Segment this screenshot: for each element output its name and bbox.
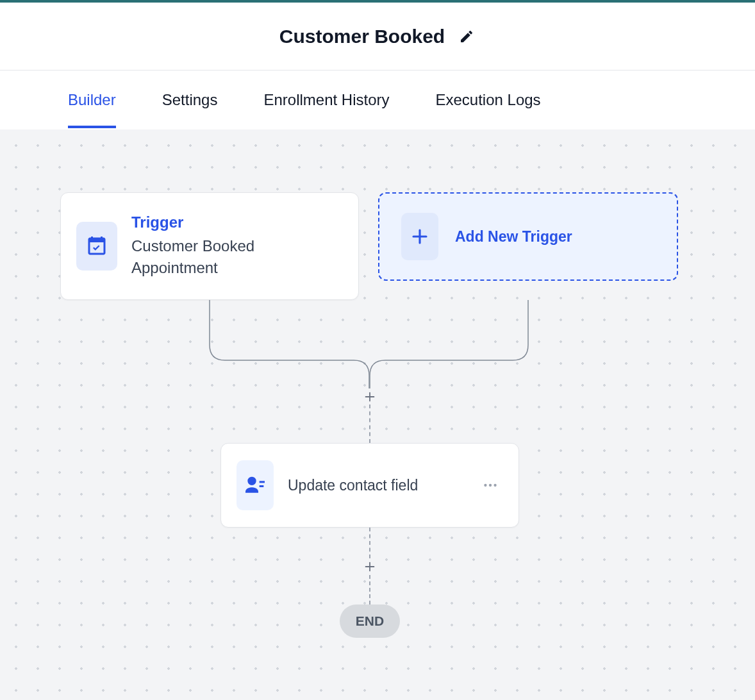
plus-icon: [363, 560, 377, 574]
dots-horizontal-icon: [482, 477, 499, 494]
trigger-node-icon-wrapper: [76, 222, 117, 271]
plus-icon: [363, 390, 377, 404]
add-step-button-1[interactable]: [361, 388, 378, 405]
tab-settings[interactable]: Settings: [162, 72, 218, 128]
add-trigger-button[interactable]: Add New Trigger: [378, 192, 678, 281]
action-node-menu-button[interactable]: [477, 472, 503, 498]
plus-icon: [410, 227, 429, 246]
svg-point-4: [489, 484, 492, 487]
action-node-label: Update contact field: [288, 477, 463, 494]
add-trigger-icon-wrapper: [401, 213, 438, 260]
tab-enrollment-history[interactable]: Enrollment History: [263, 72, 389, 128]
svg-rect-1: [260, 481, 265, 483]
svg-point-5: [494, 484, 496, 487]
svg-rect-2: [260, 485, 264, 487]
tab-execution-logs[interactable]: Execution Logs: [436, 72, 541, 128]
workflow-canvas[interactable]: Trigger Customer Booked Appointment Add …: [0, 129, 755, 700]
trigger-node[interactable]: Trigger Customer Booked Appointment: [60, 192, 359, 300]
page-header: Customer Booked: [0, 3, 755, 71]
edit-title-button[interactable]: [458, 28, 476, 46]
trigger-node-text: Trigger Customer Booked Appointment: [131, 213, 343, 278]
connector-line: [369, 575, 370, 604]
add-trigger-label: Add New Trigger: [455, 228, 572, 246]
action-node-icon-wrapper: [236, 460, 274, 510]
trigger-node-description: Customer Booked Appointment: [131, 235, 343, 278]
tab-builder[interactable]: Builder: [68, 72, 116, 128]
connector-lines: [205, 300, 532, 396]
end-badge: END: [340, 604, 400, 638]
contact-list-icon: [242, 472, 268, 498]
svg-point-0: [247, 477, 256, 485]
connector-line: [369, 404, 370, 443]
trigger-node-title: Trigger: [131, 213, 343, 231]
page-title: Customer Booked: [279, 26, 445, 47]
calendar-check-icon: [85, 235, 108, 258]
svg-point-3: [484, 484, 486, 487]
tab-bar: Builder Settings Enrollment History Exec…: [0, 71, 755, 129]
add-step-button-2[interactable]: [361, 558, 378, 575]
connector-line: [369, 528, 370, 558]
action-node[interactable]: Update contact field: [220, 443, 519, 528]
pencil-icon: [459, 29, 474, 44]
